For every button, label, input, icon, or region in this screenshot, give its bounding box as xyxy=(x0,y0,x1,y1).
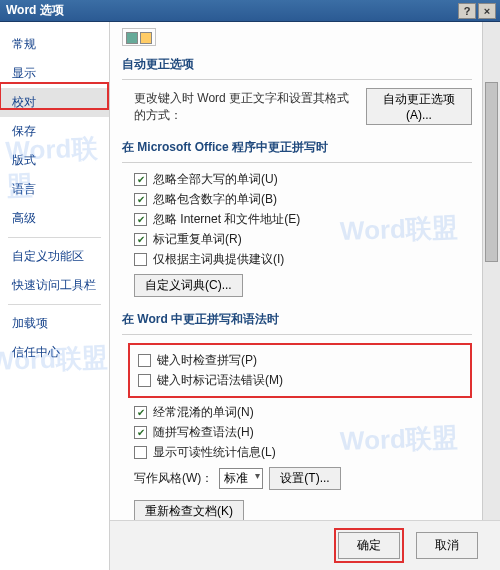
checkbox-check-spelling-typing[interactable] xyxy=(138,354,151,367)
cancel-button[interactable]: 取消 xyxy=(416,532,478,559)
section-office-spelling: 在 Microsoft Office 程序中更正拼写时 xyxy=(122,135,472,163)
checkbox-ignore-uppercase[interactable] xyxy=(134,173,147,186)
checkbox-ignore-internet[interactable] xyxy=(134,213,147,226)
nav-general[interactable]: 常规 xyxy=(0,30,109,59)
nav-customize-ribbon[interactable]: 自定义功能区 xyxy=(0,242,109,271)
label-ignore-internet: 忽略 Internet 和文件地址(E) xyxy=(153,211,300,228)
highlight-box-ok: 确定 xyxy=(334,528,404,563)
nav-save[interactable]: 保存 xyxy=(0,117,109,146)
writing-style-label: 写作风格(W)： xyxy=(134,470,213,487)
label-ignore-uppercase: 忽略全部大写的单词(U) xyxy=(153,171,278,188)
label-readability: 显示可读性统计信息(L) xyxy=(153,444,276,461)
label-main-dict-only: 仅根据主词典提供建议(I) xyxy=(153,251,284,268)
label-check-spelling-typing: 键入时检查拼写(P) xyxy=(157,352,257,369)
section-word-spelling: 在 Word 中更正拼写和语法时 xyxy=(122,307,472,335)
nav-advanced[interactable]: 高级 xyxy=(0,204,109,233)
recheck-document-button[interactable]: 重新检查文档(K) xyxy=(134,500,244,520)
scrollbar-thumb[interactable] xyxy=(485,82,498,262)
checkbox-ignore-numbers[interactable] xyxy=(134,193,147,206)
checkbox-mark-grammar-typing[interactable] xyxy=(138,374,151,387)
close-button[interactable]: × xyxy=(478,3,496,19)
title-bar: Word 选项 ? × xyxy=(0,0,500,22)
toolbar-icons xyxy=(122,28,156,46)
vertical-scrollbar[interactable] xyxy=(482,22,500,520)
checkbox-grammar-with-spelling[interactable] xyxy=(134,426,147,439)
dialog-footer: 确定 取消 xyxy=(110,520,500,570)
label-ignore-numbers: 忽略包含数字的单词(B) xyxy=(153,191,277,208)
highlight-box-spellcheck: 键入时检查拼写(P) 键入时标记语法错误(M) xyxy=(128,343,472,398)
checkbox-flag-repeated[interactable] xyxy=(134,233,147,246)
nav-addins[interactable]: 加载项 xyxy=(0,309,109,338)
window-title: Word 选项 xyxy=(6,2,456,19)
label-confused-words: 经常混淆的单词(N) xyxy=(153,404,254,421)
main-panel: 自动更正选项 更改键入时 Word 更正文字和设置其格式的方式： 自动更正选项(… xyxy=(110,22,500,570)
label-flag-repeated: 标记重复单词(R) xyxy=(153,231,242,248)
nav-trust-center[interactable]: 信任中心 xyxy=(0,338,109,367)
writing-style-value: 标准 xyxy=(224,471,248,485)
label-grammar-with-spelling: 随拼写检查语法(H) xyxy=(153,424,254,441)
label-mark-grammar-typing: 键入时标记语法错误(M) xyxy=(157,372,283,389)
custom-dictionaries-button[interactable]: 自定义词典(C)... xyxy=(134,274,243,297)
nav-language[interactable]: 语言 xyxy=(0,175,109,204)
nav-layout[interactable]: 版式 xyxy=(0,146,109,175)
ok-button[interactable]: 确定 xyxy=(338,532,400,559)
grammar-settings-button[interactable]: 设置(T)... xyxy=(269,467,340,490)
checkbox-confused-words[interactable] xyxy=(134,406,147,419)
checkbox-main-dict-only[interactable] xyxy=(134,253,147,266)
autocorrect-options-button[interactable]: 自动更正选项(A)... xyxy=(366,88,472,125)
highlight-box xyxy=(0,82,109,110)
checkbox-readability[interactable] xyxy=(134,446,147,459)
autocorrect-desc: 更改键入时 Word 更正文字和设置其格式的方式： xyxy=(134,90,360,124)
section-autocorrect: 自动更正选项 xyxy=(122,52,472,80)
writing-style-select[interactable]: 标准 xyxy=(219,468,263,489)
help-button[interactable]: ? xyxy=(458,3,476,19)
nav-quick-access[interactable]: 快速访问工具栏 xyxy=(0,271,109,300)
sidebar: 常规 显示 校对 保存 版式 语言 高级 自定义功能区 快速访问工具栏 加载项 … xyxy=(0,22,110,570)
